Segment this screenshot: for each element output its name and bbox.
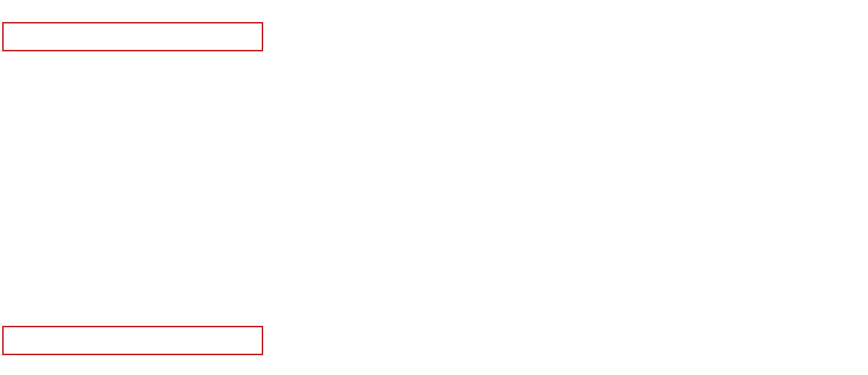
highlight-box-init	[2, 22, 263, 51]
highlight-box-destroy	[2, 326, 263, 355]
